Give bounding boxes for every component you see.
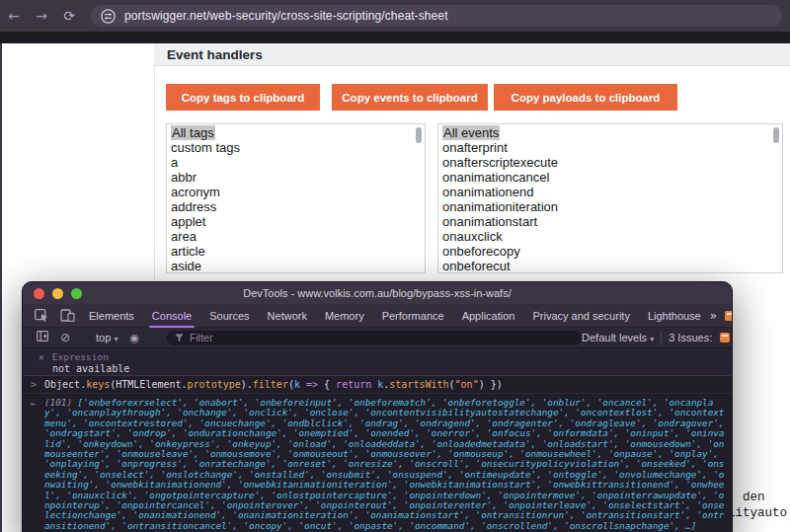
tab-elements[interactable]: Elements (80, 304, 143, 328)
device-toolbar-icon[interactable] (59, 309, 75, 323)
live-expression-header: ✕Expression (39, 351, 109, 362)
list-item[interactable]: aside (171, 259, 425, 273)
default-levels-dropdown[interactable]: Default levels ▾ (582, 332, 654, 343)
site-info-icon[interactable] (101, 9, 116, 24)
list-item[interactable]: abbr (171, 170, 425, 185)
window-edge (0, 43, 2, 532)
list-item[interactable]: article (171, 244, 425, 259)
background-text-fragment: lityauto (728, 506, 787, 520)
issues-icon[interactable] (725, 311, 733, 321)
issues-link[interactable]: 3 Issues: (669, 332, 712, 343)
devtools-tabbar: Elements Console Sources Network Memory … (23, 304, 732, 328)
section-header: Event handlers (154, 43, 790, 66)
return-value-icon: ← (31, 398, 44, 531)
copy-tags-button[interactable]: Copy tags to clipboard (166, 84, 320, 111)
tab-sources[interactable]: Sources (200, 304, 258, 328)
issues-icon (720, 333, 730, 342)
list-item[interactable]: onbeforecopy (442, 244, 782, 259)
context-selector[interactable]: top ▾ (96, 332, 118, 343)
list-item[interactable]: All tags (171, 125, 425, 140)
list-item[interactable]: area (171, 229, 425, 244)
list-item[interactable]: onanimationiteration (442, 199, 782, 214)
tab-performance[interactable]: Performance (373, 304, 453, 328)
devtools-titlebar[interactable]: DevTools - www.volkis.com.au/blog/bypass… (23, 282, 732, 304)
divider (661, 331, 662, 344)
command-chevron-icon: > (31, 379, 44, 390)
list-item[interactable]: custom tags (171, 140, 425, 155)
live-expression-eye-icon[interactable]: ◉ (129, 332, 139, 344)
close-icon[interactable]: ✕ (39, 351, 44, 362)
reload-icon[interactable]: ⟳ (55, 8, 83, 24)
scrollbar-thumb[interactable] (416, 127, 422, 143)
browser-toolbar: ← → ⟳ portswigger.net/web-security/cross… (0, 0, 790, 32)
copy-payloads-button[interactable]: Copy payloads to clipboard (494, 84, 677, 111)
back-icon[interactable]: ← (0, 8, 28, 24)
list-item[interactable]: applet (171, 214, 425, 229)
tab-lighthouse[interactable]: Lighthouse (639, 304, 710, 328)
list-item[interactable]: address (171, 199, 425, 214)
tab-memory[interactable]: Memory (316, 304, 373, 328)
inspect-element-icon[interactable] (34, 309, 49, 323)
tags-listbox[interactable]: All tags custom tags a abbr acronym addr… (166, 123, 426, 273)
list-item[interactable]: onauxclick (442, 229, 782, 244)
background-text-fragment: den (743, 491, 765, 504)
clear-console-icon[interactable]: ⊘ (60, 331, 70, 344)
forward-icon[interactable]: → (28, 8, 55, 24)
live-expression-panel: ✕Expression not available (23, 348, 732, 376)
console-filter-input[interactable]: Filter (167, 331, 582, 345)
tab-console[interactable]: Console (143, 304, 200, 328)
live-expression-value: not available (52, 363, 129, 374)
tab-privacy-security[interactable]: Privacy and security (523, 304, 638, 328)
list-item[interactable]: onanimationstart (442, 214, 782, 229)
tab-application[interactable]: Application (453, 304, 524, 328)
devtools-window: DevTools - www.volkis.com.au/blog/bypass… (22, 281, 733, 532)
command-text: Object.keys(HTMLElement.prototype).filte… (44, 379, 503, 390)
events-listbox[interactable]: All events onafterprint onafterscriptexe… (437, 123, 783, 273)
scrollbar-thumb[interactable] (773, 127, 779, 143)
tab-network[interactable]: Network (259, 304, 316, 328)
filter-placeholder: Filter (190, 332, 212, 343)
site-header-strip (0, 32, 790, 43)
list-item[interactable]: acronym (171, 185, 425, 199)
list-item[interactable]: onanimationend (442, 185, 782, 199)
more-tabs-icon[interactable]: » (710, 309, 717, 323)
list-item[interactable]: onbeforecut (442, 259, 782, 273)
console-result: ← (101) ['onbeforexrselect', 'onabort', … (23, 394, 732, 531)
list-item[interactable]: onafterscriptexecute (442, 155, 782, 170)
console-command-echo: > Object.keys(HTMLElement.prototype).fil… (23, 376, 732, 394)
page-title: Event handlers (167, 47, 263, 62)
console-sidebar-icon[interactable] (37, 331, 48, 344)
list-item[interactable]: a (171, 155, 425, 170)
console-messages[interactable]: > Object.keys(HTMLElement.prototype).fil… (23, 376, 732, 532)
list-item[interactable]: onafterprint (442, 140, 782, 155)
devtools-title: DevTools - www.volkis.com.au/blog/bypass… (23, 287, 732, 299)
filter-funnel-icon (175, 334, 184, 342)
copy-events-button[interactable]: Copy events to clipboard (332, 84, 488, 111)
result-array-preview[interactable]: (101) ['onbeforexrselect', 'onabort', 'o… (44, 398, 726, 531)
url-bar[interactable]: portswigger.net/web-security/cross-site-… (91, 5, 782, 27)
console-toolbar: ⊘ top ▾ ◉ Filter Default levels ▾ 3 Issu… (23, 328, 732, 348)
url-text: portswigger.net/web-security/cross-site-… (124, 9, 448, 23)
list-item[interactable]: onanimationcancel (442, 170, 782, 185)
screen: ← → ⟳ portswigger.net/web-security/cross… (0, 0, 790, 532)
list-item[interactable]: All events (442, 125, 782, 140)
